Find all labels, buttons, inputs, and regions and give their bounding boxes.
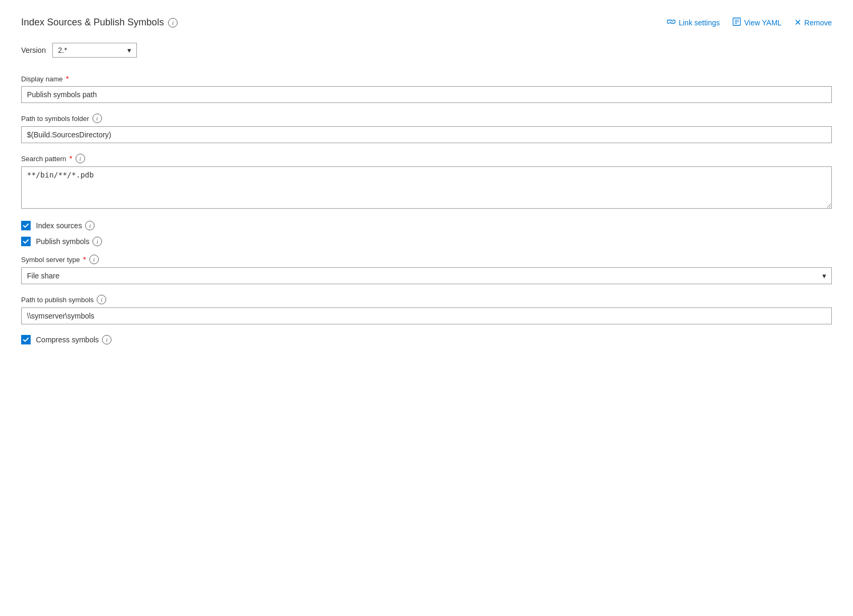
- link-settings-label: Link settings: [679, 18, 720, 27]
- index-sources-label: Index sources i: [36, 221, 95, 230]
- version-value: 2.*: [58, 46, 67, 54]
- link-settings-button[interactable]: Link settings: [667, 18, 720, 27]
- publish-symbols-info-icon[interactable]: i: [92, 237, 102, 246]
- symbol-server-type-info-icon[interactable]: i: [89, 255, 99, 264]
- symbol-server-type-chevron-icon: ▾: [822, 272, 826, 280]
- view-yaml-button[interactable]: View YAML: [733, 17, 782, 28]
- publish-symbols-checkbox[interactable]: [21, 237, 31, 246]
- header-left: Index Sources & Publish Symbols i: [21, 17, 178, 28]
- path-publish-symbols-group: Path to publish symbols i: [21, 295, 832, 324]
- search-pattern-required: *: [69, 154, 72, 163]
- search-pattern-label: Search pattern * i: [21, 154, 832, 163]
- path-symbols-folder-group: Path to symbols folder i: [21, 114, 832, 143]
- display-name-label: Display name *: [21, 74, 832, 83]
- header-actions: Link settings View YAML ✕ Remove: [667, 17, 832, 28]
- compress-symbols-row: Compress symbols i: [21, 335, 832, 344]
- display-name-required: *: [66, 74, 69, 83]
- symbol-server-type-select[interactable]: File share ▾: [21, 267, 832, 284]
- compress-symbols-info-icon[interactable]: i: [102, 335, 112, 344]
- title-info-icon[interactable]: i: [168, 18, 178, 27]
- version-chevron-icon: ▾: [127, 46, 131, 54]
- view-yaml-label: View YAML: [744, 18, 782, 27]
- path-symbols-folder-info-icon[interactable]: i: [92, 114, 102, 123]
- yaml-icon: [733, 17, 741, 28]
- remove-button[interactable]: ✕ Remove: [794, 17, 832, 27]
- remove-label: Remove: [804, 18, 832, 27]
- path-symbols-folder-input[interactable]: [21, 126, 832, 143]
- publish-symbols-row: Publish symbols i: [21, 237, 832, 246]
- symbol-server-type-value: File share: [27, 272, 59, 280]
- search-pattern-input[interactable]: **/bin/**/*.pdb: [21, 166, 832, 209]
- symbol-server-type-required: *: [83, 255, 86, 264]
- version-label: Version: [21, 46, 46, 54]
- publish-symbols-label: Publish symbols i: [36, 237, 102, 246]
- symbol-server-type-group: Symbol server type * i File share ▾: [21, 255, 832, 284]
- search-pattern-info-icon[interactable]: i: [76, 154, 85, 163]
- display-name-input[interactable]: [21, 86, 832, 103]
- link-icon: [667, 18, 675, 27]
- path-symbols-folder-label: Path to symbols folder i: [21, 114, 832, 123]
- compress-symbols-label: Compress symbols i: [36, 335, 112, 344]
- version-select[interactable]: 2.* ▾: [52, 43, 137, 58]
- index-sources-row: Index sources i: [21, 221, 832, 230]
- display-name-group: Display name *: [21, 74, 832, 103]
- index-sources-checkbox[interactable]: [21, 221, 31, 230]
- page-title: Index Sources & Publish Symbols: [21, 17, 164, 28]
- remove-icon: ✕: [794, 17, 801, 27]
- index-sources-info-icon[interactable]: i: [85, 221, 95, 230]
- path-publish-symbols-label: Path to publish symbols i: [21, 295, 832, 304]
- symbol-server-type-label: Symbol server type * i: [21, 255, 832, 264]
- page-header: Index Sources & Publish Symbols i Link s…: [21, 17, 832, 28]
- compress-symbols-checkbox[interactable]: [21, 335, 31, 344]
- path-publish-symbols-info-icon[interactable]: i: [97, 295, 106, 304]
- search-pattern-group: Search pattern * i **/bin/**/*.pdb: [21, 154, 832, 210]
- path-publish-symbols-input[interactable]: [21, 307, 832, 324]
- version-row: Version 2.* ▾: [21, 43, 832, 58]
